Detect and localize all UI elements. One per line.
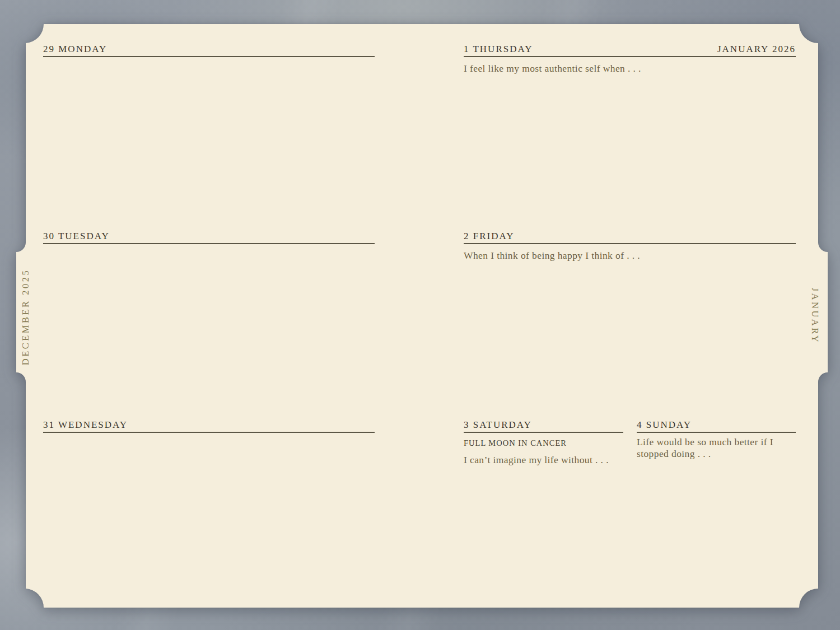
month-tab-december: DECEMBER 2025 [20, 269, 31, 365]
month-tab-label: JANUARY [810, 288, 820, 344]
day-label: 3 SATURDAY [464, 420, 532, 430]
day-header-row: 31 WEDNESDAY [43, 420, 375, 433]
day-header-row: 29 MONDAY [43, 44, 375, 57]
journal-prompt: I can’t imagine my life without . . . [464, 454, 623, 466]
day-header-row: 3 SATURDAY [464, 420, 623, 433]
moon-phase-note: FULL MOON IN CANCER [464, 438, 623, 448]
journal-prompt: When I think of being happy I think of .… [464, 250, 796, 262]
writing-area [637, 460, 796, 589]
day-label: 1 THURSDAY [464, 44, 533, 54]
day-section-friday-2: 2 FRIDAY When I think of being happy I t… [464, 231, 796, 262]
month-tab-label: DECEMBER 2025 [20, 269, 31, 365]
day-section-thursday-1: 1 THURSDAY JANUARY 2026 I feel like my m… [464, 44, 796, 74]
planner-content: 29 MONDAY 30 TUESDAY 31 WEDNESDAY 1 THUR… [0, 0, 840, 630]
day-label: 31 WEDNESDAY [43, 420, 128, 430]
journal-prompt-line: Life would be so much better if I [637, 436, 796, 448]
day-label: 29 MONDAY [43, 44, 107, 54]
writing-area [43, 433, 375, 595]
planner-photo: 29 MONDAY 30 TUESDAY 31 WEDNESDAY 1 THUR… [0, 0, 840, 630]
month-year-label: JANUARY 2026 [717, 44, 796, 54]
day-section-tuesday-30: 30 TUESDAY [43, 231, 375, 244]
day-header-row: 4 SUNDAY [637, 420, 796, 433]
writing-area [43, 244, 375, 412]
journal-prompt: I feel like my most authentic self when … [464, 63, 796, 74]
day-label: 30 TUESDAY [43, 231, 110, 241]
day-section-monday-29: 29 MONDAY [43, 44, 375, 57]
day-section-wednesday-31: 31 WEDNESDAY [43, 420, 375, 433]
day-section-sunday-4: 4 SUNDAY Life would be so much better if… [637, 420, 796, 460]
day-label: 2 FRIDAY [464, 231, 514, 241]
day-section-saturday-3: 3 SATURDAY FULL MOON IN CANCER I can’t i… [464, 420, 623, 466]
day-header-row: 2 FRIDAY [464, 231, 796, 244]
day-label: 4 SUNDAY [637, 420, 692, 430]
writing-area [43, 57, 375, 225]
day-header-row: 1 THURSDAY JANUARY 2026 [464, 44, 796, 57]
writing-area [464, 466, 623, 595]
month-tab-january: JANUARY [809, 288, 820, 344]
writing-area [464, 262, 796, 413]
writing-area [464, 74, 796, 226]
journal-prompt-line: stopped doing . . . [637, 448, 796, 460]
day-header-row: 30 TUESDAY [43, 231, 375, 244]
journal-prompt: Life would be so much better if I stoppe… [637, 436, 796, 460]
